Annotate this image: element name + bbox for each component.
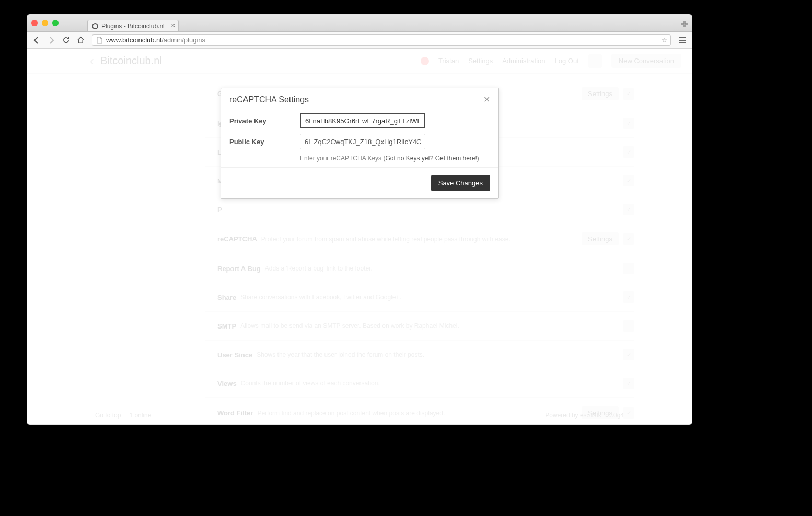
window-expand-icon[interactable]: [681, 20, 688, 26]
modal-body: Private Key Public Key Enter your reCAPT…: [221, 111, 498, 167]
modal-close-button[interactable]: ✕: [483, 95, 490, 104]
browser-menu-button[interactable]: [676, 34, 689, 46]
traffic-lights: [31, 20, 59, 26]
hint-text-suffix: ): [477, 155, 479, 162]
nav-forward-button[interactable]: [45, 34, 57, 46]
nav-reload-button[interactable]: [60, 34, 72, 46]
tab-close-icon[interactable]: ✕: [171, 22, 175, 28]
browser-tab[interactable]: Plugins - Bitcoinclub.nl ✕: [87, 20, 179, 31]
key-hint: Enter your reCAPTCHA Keys (Got no Keys y…: [229, 155, 490, 162]
get-keys-link[interactable]: Got no Keys yet? Get them here!: [385, 155, 477, 162]
page-icon: [96, 37, 103, 44]
browser-window: Plugins - Bitcoinclub.nl ✕ www.bitcoincl…: [27, 14, 692, 425]
url-bar[interactable]: www.bitcoinclub.nl/admin/plugins ☆: [92, 34, 671, 46]
url-path: /admin/plugins: [161, 36, 205, 44]
window-zoom-button[interactable]: [52, 20, 59, 26]
public-key-label: Public Key: [229, 138, 300, 146]
modal-footer: Save Changes: [221, 167, 498, 198]
public-key-input[interactable]: [300, 134, 425, 149]
private-key-input[interactable]: [300, 113, 425, 128]
window-close-button[interactable]: [31, 20, 38, 26]
url-domain: www.bitcoinclub.nl: [106, 36, 161, 44]
browser-toolbar: www.bitcoinclub.nl/admin/plugins ☆: [27, 32, 692, 49]
private-key-label: Private Key: [229, 117, 300, 125]
bookmark-star-icon[interactable]: ☆: [661, 36, 667, 44]
tab-title: Plugins - Bitcoinclub.nl: [101, 22, 165, 30]
nav-home-button[interactable]: [74, 34, 87, 46]
save-changes-button[interactable]: Save Changes: [431, 175, 490, 191]
page-viewport: ‹ Bitcoinclub.nl Tristan Settings Admini…: [27, 49, 692, 424]
nav-back-button[interactable]: [30, 34, 43, 46]
mac-titlebar: Plugins - Bitcoinclub.nl ✕: [27, 15, 692, 32]
hint-text-prefix: Enter your reCAPTCHA Keys (: [300, 155, 385, 162]
recaptcha-settings-modal: reCAPTCHA Settings ✕ Private Key Public …: [221, 88, 499, 199]
modal-title: reCAPTCHA Settings: [229, 95, 309, 104]
modal-header: reCAPTCHA Settings ✕: [221, 88, 498, 111]
tab-favicon: [92, 23, 98, 29]
window-minimize-button[interactable]: [42, 20, 48, 26]
